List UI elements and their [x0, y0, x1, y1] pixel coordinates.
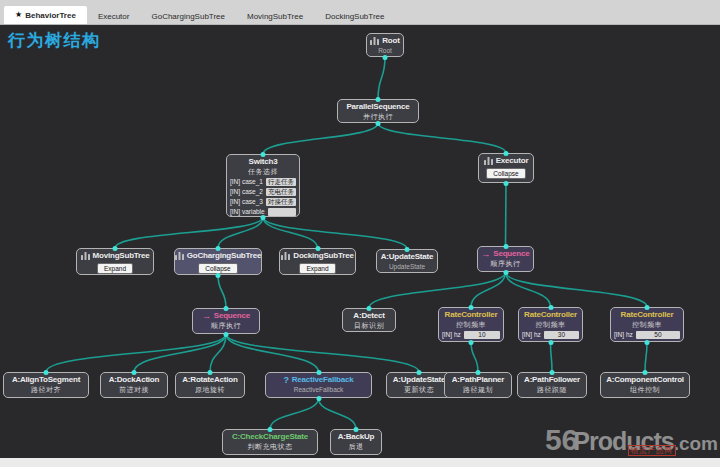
node-subtitle: 顺序执行	[478, 260, 533, 268]
port-value-input[interactable]: 50	[636, 331, 680, 339]
node-check-charge-state[interactable]: C:CheckChargeState判断充电状态	[222, 429, 318, 455]
edge	[134, 334, 226, 372]
node-docking-subtree[interactable]: DockingSubTreeExpand	[279, 248, 356, 275]
edge	[263, 217, 318, 248]
input-port-dot[interactable]	[315, 246, 320, 251]
node-sequence-right[interactable]: →Sequence顺序执行	[477, 246, 534, 272]
node-title: Executor	[496, 156, 529, 166]
input-port-dot[interactable]	[268, 427, 273, 432]
input-port-dot[interactable]	[44, 370, 49, 375]
output-port-dot[interactable]	[261, 215, 266, 220]
node-executor[interactable]: ExecutorCollapse	[478, 153, 534, 183]
tab-dockingsubtree[interactable]: DockingSubTree	[314, 8, 395, 24]
port-row: [IN] case_3对接任务	[230, 197, 296, 207]
node-backup[interactable]: A:BackUp后退	[330, 429, 382, 455]
port-value-input[interactable]: 对接任务	[266, 198, 296, 206]
sequence-arrow-icon: →	[202, 312, 211, 321]
node-rate-controller-1[interactable]: RateController控制频率[IN] hz10	[438, 307, 504, 342]
output-port-dot[interactable]	[216, 273, 221, 278]
node-subtitle: 顺序执行	[193, 322, 259, 330]
edge	[471, 342, 478, 372]
node-title: Sequence	[214, 311, 250, 321]
input-port-dot[interactable]	[550, 370, 555, 375]
node-update-state-2[interactable]: A:UpdateState更新状态	[386, 372, 452, 398]
input-port-dot[interactable]	[503, 244, 508, 249]
node-component-control[interactable]: A:ComponentControl组件控制	[600, 372, 690, 398]
input-port-dot[interactable]	[417, 370, 422, 375]
tab-executor[interactable]: Executor	[87, 8, 141, 24]
collapse-button[interactable]: Collapse	[486, 168, 525, 179]
expand-button[interactable]: Expand	[97, 263, 133, 274]
node-update-state-1[interactable]: A:UpdateStateUpdateState	[376, 249, 438, 273]
port-value-input[interactable]	[268, 208, 296, 216]
input-port-dot[interactable]	[645, 305, 650, 310]
input-port-dot[interactable]	[132, 370, 137, 375]
node-align-to-segment[interactable]: A:AlignToSegment路径对齐	[3, 372, 89, 398]
node-gocharging-subtree[interactable]: GoChargingSubTreeCollapse	[174, 248, 262, 275]
input-port-dot[interactable]	[354, 427, 359, 432]
expand-button[interactable]: Expand	[299, 263, 335, 274]
port-value-input[interactable]: 10	[464, 331, 500, 339]
output-port-dot[interactable]	[383, 55, 388, 60]
input-port-dot[interactable]	[224, 306, 229, 311]
tab-movingsubtree[interactable]: MovingSubTree	[236, 8, 314, 24]
node-subtitle: 控制频率	[439, 321, 503, 329]
node-subtitle: 组件控制	[601, 386, 689, 394]
output-port-dot[interactable]	[224, 332, 229, 337]
input-port-dot[interactable]	[367, 306, 372, 311]
input-port-dot[interactable]	[316, 370, 321, 375]
input-port-dot[interactable]	[548, 305, 553, 310]
port-value-input[interactable]: 行走任务	[266, 178, 296, 186]
port-value-input[interactable]: 30	[544, 331, 579, 339]
subtree-icon	[370, 37, 379, 45]
node-root[interactable]: RootRoot	[366, 33, 404, 57]
input-port-dot[interactable]	[208, 370, 213, 375]
edge	[506, 272, 551, 307]
node-rotate-action[interactable]: A:RotateAction原地旋转	[175, 372, 245, 398]
node-title: Root	[382, 36, 399, 46]
input-port-dot[interactable]	[504, 151, 509, 156]
node-moving-subtree[interactable]: MovingSubTreeExpand	[76, 248, 154, 275]
node-reactive-fallback[interactable]: ?ReactiveFallbackReactiveFallback	[265, 372, 372, 398]
output-port-dot[interactable]	[376, 121, 381, 126]
input-port-dot[interactable]	[261, 152, 266, 157]
node-title: Switch3	[249, 157, 278, 167]
subtree-icon	[484, 157, 493, 165]
node-sequence-left[interactable]: →Sequence顺序执行	[192, 308, 260, 334]
node-rate-controller-2[interactable]: RateController控制频率[IN] hz30	[518, 307, 583, 342]
port-row: [IN] hz50	[614, 330, 680, 340]
node-subtitle: ReactiveFallback	[266, 386, 371, 394]
output-port-dot[interactable]	[504, 181, 509, 186]
input-port-dot[interactable]	[113, 246, 118, 251]
input-port-dot[interactable]	[643, 370, 648, 375]
node-switch3[interactable]: Switch3任务选择[IN] case_1行走任务[IN] case_2充电任…	[226, 154, 300, 217]
node-path-follower[interactable]: A:PathFollower路径跟随	[517, 372, 587, 398]
input-port-dot[interactable]	[376, 97, 381, 102]
input-port-dot[interactable]	[476, 370, 481, 375]
input-port-dot[interactable]	[469, 305, 474, 310]
edge	[645, 342, 647, 372]
node-subtitle: 后退	[331, 443, 381, 451]
node-title: A:AlignToSegment	[12, 375, 80, 385]
tab-label: MovingSubTree	[247, 12, 303, 21]
tab-label: DockingSubTree	[325, 12, 384, 21]
output-port-dot[interactable]	[316, 396, 321, 401]
node-subtitle: 控制频率	[519, 321, 582, 329]
port-value-input[interactable]: 充电任务	[266, 188, 296, 196]
footer-strip	[0, 458, 720, 467]
node-parallel-sequence[interactable]: ParallelSequence并行执行	[337, 99, 419, 123]
input-port-dot[interactable]	[405, 247, 410, 252]
node-path-planner[interactable]: A:PathPlanner路径规划	[444, 372, 512, 398]
node-rate-controller-3[interactable]: RateController控制频率[IN] hz50	[610, 307, 684, 342]
node-title: A:PathFollower	[524, 375, 580, 385]
tab-gochargingsubtree[interactable]: GoChargingSubTree	[140, 8, 236, 24]
input-port-dot[interactable]	[216, 246, 221, 251]
edge	[506, 183, 507, 246]
tab-behaviortree[interactable]: ★BehaviorTree	[4, 6, 87, 24]
output-port-dot[interactable]	[503, 270, 508, 275]
output-port-dot[interactable]	[469, 340, 474, 345]
node-dock-action[interactable]: A:DockAction前进对接	[100, 372, 168, 398]
output-port-dot[interactable]	[548, 340, 553, 345]
output-port-dot[interactable]	[645, 340, 650, 345]
node-detect[interactable]: A:Detect目标识别	[342, 308, 396, 332]
